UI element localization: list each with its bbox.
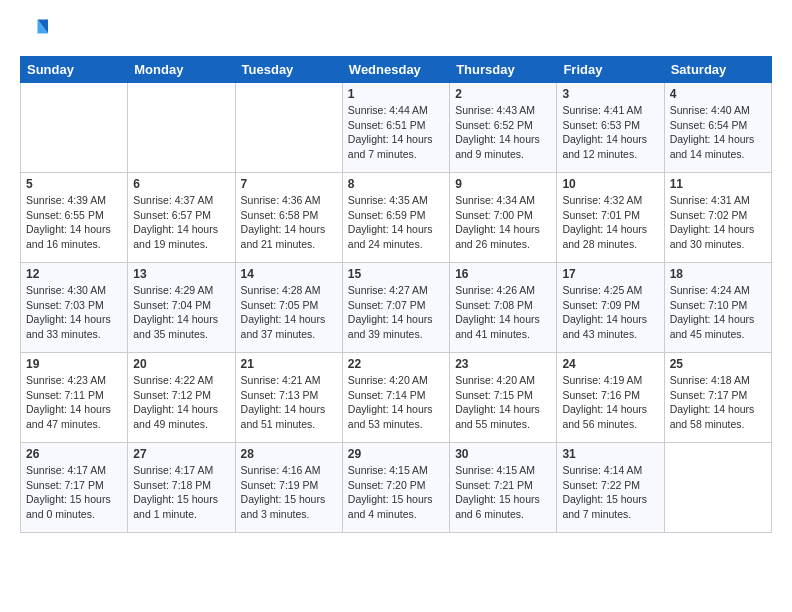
day-number: 7	[241, 177, 337, 191]
cell-info: Sunrise: 4:44 AM Sunset: 6:51 PM Dayligh…	[348, 103, 444, 162]
calendar-cell: 6Sunrise: 4:37 AM Sunset: 6:57 PM Daylig…	[128, 173, 235, 263]
calendar-body: 1Sunrise: 4:44 AM Sunset: 6:51 PM Daylig…	[21, 83, 772, 533]
calendar-cell: 23Sunrise: 4:20 AM Sunset: 7:15 PM Dayli…	[450, 353, 557, 443]
cell-info: Sunrise: 4:31 AM Sunset: 7:02 PM Dayligh…	[670, 193, 766, 252]
cell-info: Sunrise: 4:23 AM Sunset: 7:11 PM Dayligh…	[26, 373, 122, 432]
calendar-cell: 26Sunrise: 4:17 AM Sunset: 7:17 PM Dayli…	[21, 443, 128, 533]
calendar-cell: 27Sunrise: 4:17 AM Sunset: 7:18 PM Dayli…	[128, 443, 235, 533]
day-number: 19	[26, 357, 122, 371]
cell-info: Sunrise: 4:17 AM Sunset: 7:17 PM Dayligh…	[26, 463, 122, 522]
day-number: 11	[670, 177, 766, 191]
calendar-cell: 19Sunrise: 4:23 AM Sunset: 7:11 PM Dayli…	[21, 353, 128, 443]
cell-info: Sunrise: 4:21 AM Sunset: 7:13 PM Dayligh…	[241, 373, 337, 432]
day-number: 3	[562, 87, 658, 101]
cell-info: Sunrise: 4:25 AM Sunset: 7:09 PM Dayligh…	[562, 283, 658, 342]
calendar-cell: 8Sunrise: 4:35 AM Sunset: 6:59 PM Daylig…	[342, 173, 449, 263]
logo	[20, 16, 52, 44]
cell-info: Sunrise: 4:37 AM Sunset: 6:57 PM Dayligh…	[133, 193, 229, 252]
calendar-cell	[664, 443, 771, 533]
cell-info: Sunrise: 4:32 AM Sunset: 7:01 PM Dayligh…	[562, 193, 658, 252]
day-number: 6	[133, 177, 229, 191]
page: SundayMondayTuesdayWednesdayThursdayFrid…	[0, 0, 792, 612]
cell-info: Sunrise: 4:36 AM Sunset: 6:58 PM Dayligh…	[241, 193, 337, 252]
weekday-header: Friday	[557, 57, 664, 83]
cell-info: Sunrise: 4:20 AM Sunset: 7:15 PM Dayligh…	[455, 373, 551, 432]
day-number: 12	[26, 267, 122, 281]
header	[20, 16, 772, 44]
calendar-cell: 10Sunrise: 4:32 AM Sunset: 7:01 PM Dayli…	[557, 173, 664, 263]
calendar-header: SundayMondayTuesdayWednesdayThursdayFrid…	[21, 57, 772, 83]
day-number: 5	[26, 177, 122, 191]
day-number: 28	[241, 447, 337, 461]
cell-info: Sunrise: 4:22 AM Sunset: 7:12 PM Dayligh…	[133, 373, 229, 432]
weekday-header: Thursday	[450, 57, 557, 83]
weekday-header: Monday	[128, 57, 235, 83]
calendar-week-row: 5Sunrise: 4:39 AM Sunset: 6:55 PM Daylig…	[21, 173, 772, 263]
day-number: 25	[670, 357, 766, 371]
calendar-cell: 18Sunrise: 4:24 AM Sunset: 7:10 PM Dayli…	[664, 263, 771, 353]
calendar-cell: 20Sunrise: 4:22 AM Sunset: 7:12 PM Dayli…	[128, 353, 235, 443]
calendar-cell: 2Sunrise: 4:43 AM Sunset: 6:52 PM Daylig…	[450, 83, 557, 173]
calendar-week-row: 1Sunrise: 4:44 AM Sunset: 6:51 PM Daylig…	[21, 83, 772, 173]
cell-info: Sunrise: 4:14 AM Sunset: 7:22 PM Dayligh…	[562, 463, 658, 522]
day-number: 18	[670, 267, 766, 281]
day-number: 10	[562, 177, 658, 191]
calendar-table: SundayMondayTuesdayWednesdayThursdayFrid…	[20, 56, 772, 533]
calendar-cell: 31Sunrise: 4:14 AM Sunset: 7:22 PM Dayli…	[557, 443, 664, 533]
weekday-header: Tuesday	[235, 57, 342, 83]
cell-info: Sunrise: 4:15 AM Sunset: 7:20 PM Dayligh…	[348, 463, 444, 522]
calendar-cell: 12Sunrise: 4:30 AM Sunset: 7:03 PM Dayli…	[21, 263, 128, 353]
weekday-row: SundayMondayTuesdayWednesdayThursdayFrid…	[21, 57, 772, 83]
cell-info: Sunrise: 4:29 AM Sunset: 7:04 PM Dayligh…	[133, 283, 229, 342]
calendar-cell: 25Sunrise: 4:18 AM Sunset: 7:17 PM Dayli…	[664, 353, 771, 443]
calendar-cell: 5Sunrise: 4:39 AM Sunset: 6:55 PM Daylig…	[21, 173, 128, 263]
day-number: 4	[670, 87, 766, 101]
calendar-cell: 3Sunrise: 4:41 AM Sunset: 6:53 PM Daylig…	[557, 83, 664, 173]
cell-info: Sunrise: 4:43 AM Sunset: 6:52 PM Dayligh…	[455, 103, 551, 162]
calendar-week-row: 19Sunrise: 4:23 AM Sunset: 7:11 PM Dayli…	[21, 353, 772, 443]
day-number: 22	[348, 357, 444, 371]
cell-info: Sunrise: 4:30 AM Sunset: 7:03 PM Dayligh…	[26, 283, 122, 342]
cell-info: Sunrise: 4:24 AM Sunset: 7:10 PM Dayligh…	[670, 283, 766, 342]
calendar-cell: 7Sunrise: 4:36 AM Sunset: 6:58 PM Daylig…	[235, 173, 342, 263]
calendar-week-row: 26Sunrise: 4:17 AM Sunset: 7:17 PM Dayli…	[21, 443, 772, 533]
calendar-cell: 4Sunrise: 4:40 AM Sunset: 6:54 PM Daylig…	[664, 83, 771, 173]
calendar-cell: 13Sunrise: 4:29 AM Sunset: 7:04 PM Dayli…	[128, 263, 235, 353]
cell-info: Sunrise: 4:39 AM Sunset: 6:55 PM Dayligh…	[26, 193, 122, 252]
day-number: 31	[562, 447, 658, 461]
calendar-cell: 30Sunrise: 4:15 AM Sunset: 7:21 PM Dayli…	[450, 443, 557, 533]
cell-info: Sunrise: 4:17 AM Sunset: 7:18 PM Dayligh…	[133, 463, 229, 522]
weekday-header: Sunday	[21, 57, 128, 83]
day-number: 14	[241, 267, 337, 281]
cell-info: Sunrise: 4:28 AM Sunset: 7:05 PM Dayligh…	[241, 283, 337, 342]
cell-info: Sunrise: 4:19 AM Sunset: 7:16 PM Dayligh…	[562, 373, 658, 432]
cell-info: Sunrise: 4:20 AM Sunset: 7:14 PM Dayligh…	[348, 373, 444, 432]
calendar-cell	[128, 83, 235, 173]
cell-info: Sunrise: 4:41 AM Sunset: 6:53 PM Dayligh…	[562, 103, 658, 162]
day-number: 26	[26, 447, 122, 461]
day-number: 24	[562, 357, 658, 371]
calendar-cell: 14Sunrise: 4:28 AM Sunset: 7:05 PM Dayli…	[235, 263, 342, 353]
cell-info: Sunrise: 4:16 AM Sunset: 7:19 PM Dayligh…	[241, 463, 337, 522]
calendar-cell: 28Sunrise: 4:16 AM Sunset: 7:19 PM Dayli…	[235, 443, 342, 533]
calendar-cell	[235, 83, 342, 173]
cell-info: Sunrise: 4:15 AM Sunset: 7:21 PM Dayligh…	[455, 463, 551, 522]
logo-icon	[20, 16, 48, 44]
cell-info: Sunrise: 4:35 AM Sunset: 6:59 PM Dayligh…	[348, 193, 444, 252]
day-number: 16	[455, 267, 551, 281]
day-number: 15	[348, 267, 444, 281]
calendar-cell: 16Sunrise: 4:26 AM Sunset: 7:08 PM Dayli…	[450, 263, 557, 353]
calendar-cell: 17Sunrise: 4:25 AM Sunset: 7:09 PM Dayli…	[557, 263, 664, 353]
day-number: 27	[133, 447, 229, 461]
cell-info: Sunrise: 4:18 AM Sunset: 7:17 PM Dayligh…	[670, 373, 766, 432]
calendar-cell: 15Sunrise: 4:27 AM Sunset: 7:07 PM Dayli…	[342, 263, 449, 353]
calendar-cell: 11Sunrise: 4:31 AM Sunset: 7:02 PM Dayli…	[664, 173, 771, 263]
day-number: 21	[241, 357, 337, 371]
day-number: 20	[133, 357, 229, 371]
day-number: 30	[455, 447, 551, 461]
day-number: 9	[455, 177, 551, 191]
calendar-cell	[21, 83, 128, 173]
cell-info: Sunrise: 4:26 AM Sunset: 7:08 PM Dayligh…	[455, 283, 551, 342]
day-number: 2	[455, 87, 551, 101]
calendar-cell: 21Sunrise: 4:21 AM Sunset: 7:13 PM Dayli…	[235, 353, 342, 443]
